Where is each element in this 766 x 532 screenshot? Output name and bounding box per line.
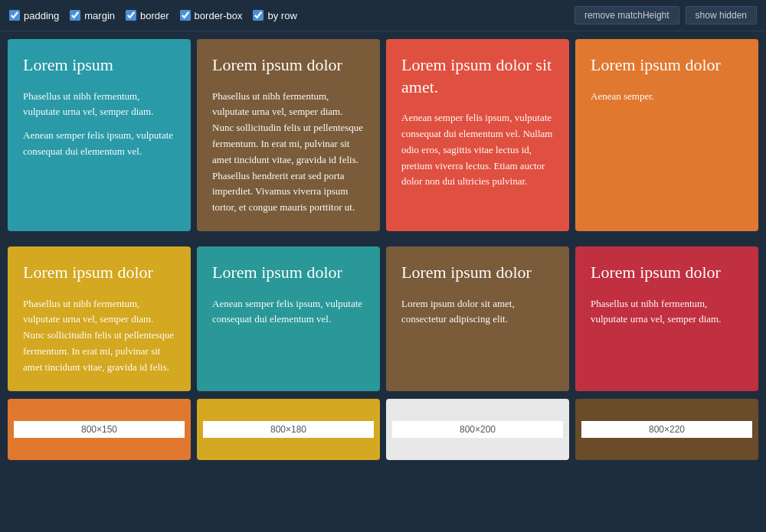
card-2: Lorem ipsum dolor Phasellus ut nibh ferm…: [197, 39, 380, 231]
card-6-title: Lorem ipsum dolor: [212, 262, 365, 284]
checkbox-margin[interactable]: margin: [70, 10, 115, 21]
card-7-title: Lorem ipsum dolor: [401, 262, 554, 284]
card-1-p2: Aenean semper felis ipsum, vulputate con…: [23, 128, 175, 160]
card-2-p1: Phasellus ut nibh fermentum, vulputate u…: [212, 89, 365, 216]
card-5: Lorem ipsum dolor Phasellus ut nibh ferm…: [8, 246, 191, 391]
size-card-3: 800×200: [386, 399, 569, 460]
card-3: Lorem ipsum dolor sit amet. Aenean sempe…: [386, 39, 569, 231]
size-cards-row: 800×150 800×180 800×200 800×220: [0, 399, 766, 468]
checkbox-borderbox[interactable]: border-box: [180, 10, 243, 21]
remove-matchheight-button[interactable]: remove matchHeight: [574, 6, 679, 24]
card-8-p1: Phasellus ut nibh fermentum, vulputate u…: [591, 296, 743, 328]
card-2-title: Lorem ipsum dolor: [212, 54, 365, 77]
card-7: Lorem ipsum dolor Lorem ipsum dolor sit …: [386, 246, 569, 391]
card-4: Lorem ipsum dolor Aenean semper.: [575, 39, 758, 231]
card-4-title: Lorem ipsum dolor: [591, 54, 743, 77]
checkbox-border[interactable]: border: [126, 10, 169, 21]
size-card-2-label: 800×180: [203, 421, 374, 438]
card-1-p1: Phasellus ut nibh fermentum, vulputate u…: [23, 89, 175, 121]
card-8: Lorem ipsum dolor Phasellus ut nibh ferm…: [575, 246, 758, 391]
card-6: Lorem ipsum dolor Aenean semper felis ip…: [197, 246, 380, 391]
cards-row1: Lorem ipsum Phasellus ut nibh fermentum,…: [0, 31, 766, 239]
card-7-p1: Lorem ipsum dolor sit amet, consectetur …: [401, 296, 554, 328]
size-card-4-label: 800×220: [581, 421, 752, 438]
toolbar: padding margin border border-box by row …: [0, 0, 766, 31]
size-card-4: 800×220: [575, 399, 758, 460]
card-4-p1: Aenean semper.: [591, 89, 743, 105]
card-3-p1: Aenean semper felis ipsum, vulputate con…: [401, 110, 554, 190]
checkbox-byrow[interactable]: by row: [253, 10, 296, 21]
card-1: Lorem ipsum Phasellus ut nibh fermentum,…: [8, 39, 191, 231]
show-hidden-button[interactable]: show hidden: [686, 6, 757, 24]
toolbar-buttons: remove matchHeight show hidden: [574, 6, 757, 24]
cards-row2: Lorem ipsum dolor Phasellus ut nibh ferm…: [0, 239, 766, 399]
card-1-title: Lorem ipsum: [23, 54, 175, 77]
card-6-p1: Aenean semper felis ipsum, vulputate con…: [212, 296, 365, 328]
size-card-1-label: 800×150: [14, 421, 185, 438]
card-3-title: Lorem ipsum dolor sit amet.: [401, 54, 554, 98]
checkbox-group: padding margin border border-box by row: [9, 10, 297, 21]
card-5-p1: Phasellus ut nibh fermentum, vulputate u…: [23, 296, 175, 376]
size-card-1: 800×150: [8, 399, 191, 460]
size-card-2: 800×180: [197, 399, 380, 460]
checkbox-padding[interactable]: padding: [9, 10, 59, 21]
card-5-title: Lorem ipsum dolor: [23, 262, 175, 284]
card-8-title: Lorem ipsum dolor: [591, 262, 743, 284]
size-card-3-label: 800×200: [392, 421, 563, 438]
